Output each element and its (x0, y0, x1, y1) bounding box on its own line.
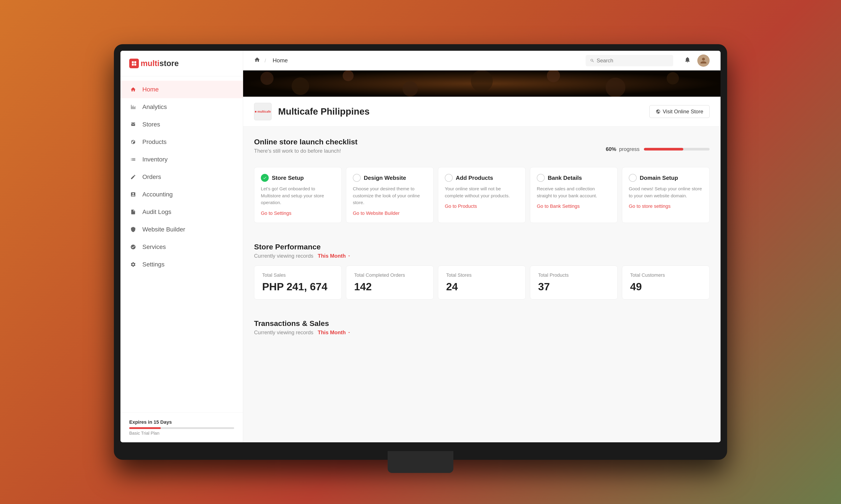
sidebar-item-orders[interactable]: Orders (120, 168, 243, 186)
logo-text: multistore (141, 59, 179, 68)
store-name: Multicafe Philippines (278, 106, 370, 117)
breadcrumb: Home (273, 57, 288, 64)
avatar[interactable] (697, 54, 709, 67)
period-selector-performance[interactable]: This Month (318, 253, 351, 259)
search-bar (586, 55, 673, 66)
store-info-bar: ■ multicafe Multicafe Philippines Visit … (243, 97, 721, 127)
performance-cards: Total Sales PHP 241, 674 Total Completed… (254, 266, 709, 300)
sidebar: multistore Home Analytics (120, 51, 243, 442)
perf-card-stores: Total Stores 24 (438, 266, 526, 300)
checklist-cards: Store Setup Let's go! Get onboarded to M… (254, 167, 709, 223)
accounting-icon (129, 191, 137, 198)
app-container: multistore Home Analytics (120, 51, 721, 442)
checklist-card-add-products: Add Products Your online store will not … (438, 167, 526, 223)
inventory-icon (129, 156, 137, 163)
chevron-down-icon (347, 254, 351, 258)
svg-rect-1 (134, 61, 136, 63)
analytics-icon (129, 103, 137, 111)
checklist-card-design-website: Design Website Choose your desired theme… (346, 167, 434, 223)
perf-card-customers: Total Customers 49 (622, 266, 709, 300)
svg-rect-3 (134, 64, 136, 66)
progress-info: 60% progress (606, 146, 709, 152)
chevron-down-icon-transactions (347, 330, 351, 335)
visit-store-button[interactable]: Visit Online Store (649, 105, 709, 118)
svg-point-6 (292, 77, 309, 95)
checklist-card-header-products: Add Products (445, 174, 519, 182)
performance-title: Store Performance (254, 242, 709, 251)
check-icon-products (445, 174, 453, 182)
checklist-title: Online store launch checklist (254, 138, 357, 146)
svg-rect-2 (132, 64, 134, 66)
stores-icon (129, 121, 137, 128)
period-selector-transactions[interactable]: This Month (318, 329, 351, 336)
search-input[interactable] (597, 57, 669, 64)
home-icon (129, 86, 137, 93)
checklist-link-website-builder[interactable]: Go to Website Builder (353, 211, 400, 216)
performance-section: Store Performance Currently viewing reco… (243, 232, 721, 300)
perf-card-sales: Total Sales PHP 241, 674 (254, 266, 342, 300)
checklist-title-block: Online store launch checklist There's st… (254, 138, 357, 161)
sidebar-logo: multistore (120, 51, 243, 76)
search-icon (590, 58, 595, 63)
checklist-link-domain[interactable]: Go to store settings (629, 203, 671, 209)
transactions-title: Transactions & Sales (254, 319, 709, 328)
notification-icon[interactable] (684, 56, 691, 65)
sidebar-item-stores[interactable]: Stores (120, 116, 243, 133)
checklist-link-products[interactable]: Go to Products (445, 203, 477, 209)
sidebar-item-services[interactable]: Services (120, 238, 243, 256)
svg-rect-0 (132, 61, 134, 63)
sidebar-item-audit-logs[interactable]: Audit Logs (120, 203, 243, 221)
audit-logs-icon (129, 208, 137, 216)
store-banner (243, 70, 721, 97)
monitor-stand (388, 451, 453, 473)
sidebar-item-settings[interactable]: Settings (120, 256, 243, 273)
monitor-screen: multistore Home Analytics (120, 51, 721, 442)
checklist-card-header-domain: Domain Setup (629, 174, 703, 182)
header-home-icon[interactable] (254, 57, 260, 64)
perf-card-orders: Total Completed Orders 142 (346, 266, 434, 300)
settings-icon (129, 260, 137, 268)
svg-point-5 (260, 72, 274, 85)
services-icon (129, 243, 137, 251)
checklist-card-header-bank: Bank Details (537, 174, 611, 182)
checklist-section: Online store launch checklist There's st… (243, 127, 721, 223)
products-icon (129, 138, 137, 146)
trial-progress-bar (129, 427, 234, 429)
sidebar-item-home[interactable]: Home (120, 81, 243, 98)
svg-point-8 (402, 81, 418, 96)
sidebar-item-analytics[interactable]: Analytics (120, 98, 243, 116)
sidebar-item-accounting[interactable]: Accounting (120, 186, 243, 203)
checklist-link-bank[interactable]: Go to Bank Settings (537, 203, 580, 209)
sidebar-item-products[interactable]: Products (120, 133, 243, 151)
checklist-header: Online store launch checklist There's st… (254, 138, 709, 161)
checklist-card-store-setup: Store Setup Let's go! Get onboarded to M… (254, 167, 342, 223)
checklist-progress-fill (644, 148, 683, 150)
perf-card-products: Total Products 37 (530, 266, 618, 300)
transactions-header: Currently viewing records This Month (254, 329, 709, 336)
checklist-card-bank-details: Bank Details Receive sales and collectio… (530, 167, 618, 223)
orders-icon (129, 173, 137, 181)
logo-icon (129, 59, 139, 68)
performance-header: Currently viewing records This Month (254, 253, 709, 259)
svg-point-12 (667, 72, 679, 85)
svg-point-9 (471, 70, 493, 92)
sidebar-footer: Expires in 15 Days Basic Trial Plan (120, 413, 243, 442)
app-header: / Home (243, 51, 721, 70)
performance-subtitle: Currently viewing records (254, 253, 313, 259)
check-icon-bank (537, 174, 545, 182)
progress-percent-label: 60% progress (606, 146, 639, 152)
check-icon-design (353, 174, 361, 182)
sidebar-nav: Home Analytics Stores (120, 76, 243, 413)
page-content: ■ multicafe Multicafe Philippines Visit … (243, 70, 721, 442)
checklist-subtitle: There's still work to do before launch! (254, 148, 357, 154)
check-icon-domain (629, 174, 637, 182)
globe-icon (656, 109, 660, 114)
website-builder-icon (129, 226, 137, 233)
sidebar-item-inventory[interactable]: Inventory (120, 151, 243, 168)
trial-progress-fill (129, 427, 161, 429)
checklist-link-settings[interactable]: Go to Settings (261, 211, 291, 216)
check-icon-store-setup (261, 174, 269, 182)
checklist-progress-bar (644, 148, 709, 150)
header-actions (684, 54, 709, 67)
sidebar-item-website-builder[interactable]: Website Builder (120, 221, 243, 238)
